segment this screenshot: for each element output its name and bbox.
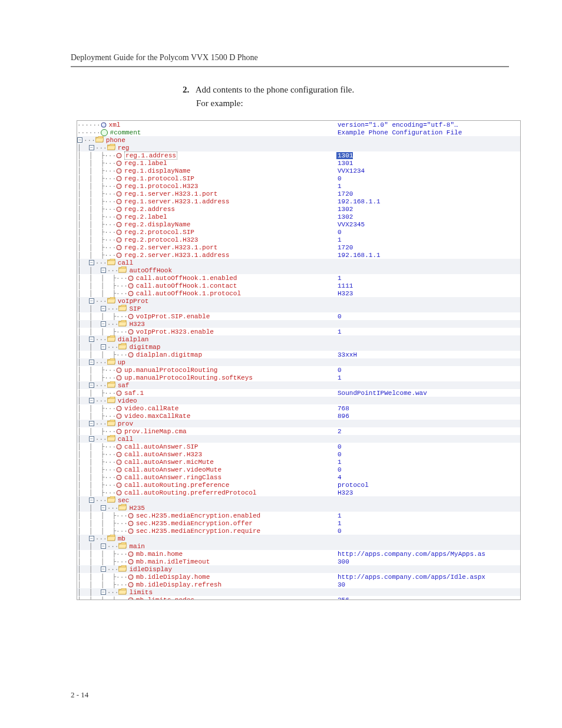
collapse-toggle-icon[interactable]: −	[89, 383, 94, 388]
tree-row[interactable]: │ │ │ ├···sec.H235.mediaEncryption.requi…	[77, 527, 520, 535]
collapse-toggle-icon[interactable]: −	[89, 498, 94, 503]
tree-value: 1720	[336, 190, 353, 197]
folder-icon	[118, 588, 127, 597]
attribute-icon	[116, 245, 122, 251]
collapse-toggle-icon[interactable]: −	[89, 337, 94, 342]
collapse-toggle-icon[interactable]: −	[89, 260, 94, 265]
tree-label: call.autoAnswer.H323	[124, 451, 202, 458]
tree-row[interactable]: │ │ ├···call.autoRouting.preferredProtoc…	[77, 489, 520, 496]
collapse-toggle-icon[interactable]: −	[101, 321, 106, 327]
collapse-toggle-icon[interactable]: −	[89, 536, 94, 541]
tree-row[interactable]: │ │ ├···reg.1.address1301	[77, 151, 520, 159]
tree-row[interactable]: │ │ ├···call.autoAnswer.videoMute0	[77, 466, 520, 473]
tree-value: http://apps.company.com/apps/Idle.aspx	[336, 574, 485, 581]
tree-row[interactable]: │ │ −···autoOffHook	[77, 266, 520, 274]
tree-row[interactable]: │ −···prov	[77, 420, 520, 427]
tree-row[interactable]: │ │ −···idleDisplay	[77, 565, 520, 573]
tree-row[interactable]: │ │ ├···reg.1.protocol.SIP0	[77, 174, 520, 182]
svg-point-32	[128, 284, 133, 288]
tree-row[interactable]: │ │ ├···video.maxCallRate896	[77, 412, 520, 420]
tree-row[interactable]: │ │ −···H323	[77, 320, 520, 328]
tree-row[interactable]: │ −···reg	[77, 144, 520, 151]
collapse-toggle-icon[interactable]: −	[101, 589, 106, 595]
collapse-toggle-icon[interactable]: −	[89, 436, 94, 442]
tree-row[interactable]: │ │ −···H235	[77, 504, 520, 512]
tree-row[interactable]: │ │ −···main	[77, 542, 520, 550]
tree-row[interactable]: │ −···sec	[77, 496, 520, 504]
tree-row[interactable]: │ │ │ ├···sec.H235.mediaEncryption.enabl…	[77, 512, 520, 519]
tree-row[interactable]: │ │ │ ├···voIpProt.H323.enable1	[77, 328, 520, 335]
tree-row[interactable]: −···phone	[77, 136, 520, 144]
tree-row[interactable]: │ │ ├···reg.1.label1301	[77, 159, 520, 167]
svg-point-36	[128, 314, 133, 319]
tree-row[interactable]: │ │ ├···reg.1.protocol.H3231	[77, 182, 520, 190]
tree-value: 1111	[336, 282, 353, 289]
tree-row[interactable]: │ │ ├···call.autoAnswer.H3230	[77, 450, 520, 458]
tree-row[interactable]: │ │ │ ├···voIpProt.SIP.enable0	[77, 312, 520, 320]
tree-row[interactable]: │ │ ├···reg.1.server.H323.1.address192.1…	[77, 197, 520, 205]
tree-row[interactable]: │ │ ├···reg.2.server.H323.1.address192.1…	[77, 251, 520, 259]
tree-label: reg	[118, 144, 130, 151]
collapse-toggle-icon[interactable]: −	[77, 137, 82, 143]
tree-row[interactable]: │ │ │ ├···mb.main.homehttp://apps.compan…	[77, 550, 520, 558]
tree-row[interactable]: │ │ −···limits	[77, 588, 520, 596]
collapse-toggle-icon[interactable]: −	[101, 566, 106, 572]
tree-row[interactable]: │ │ ├···call.autoAnswer.micMute1	[77, 458, 520, 466]
tree-row[interactable]: │ │ ├···saf.1SoundPointIPWelcome.wav	[77, 389, 520, 397]
tree-row[interactable]: │ │ │ ├···call.autoOffHook.1.contact1111	[77, 282, 520, 289]
tree-row[interactable]: │ │ ├···reg.2.server.H323.1.port1720	[77, 243, 520, 251]
attribute-icon	[116, 237, 122, 243]
tree-row[interactable]: │ −···video	[77, 397, 520, 404]
tree-row[interactable]: │ │ ├···prov.lineMap.cma2	[77, 427, 520, 435]
tree-row[interactable]: │ │ ├···up.manualProtocolRouting0	[77, 366, 520, 374]
tree-row[interactable]: │ │ ├···reg.2.displayNameVVX2345	[77, 220, 520, 228]
tree-row[interactable]: ······xmlversion="1.0" encoding="utf-8"…	[77, 121, 520, 129]
tree-row[interactable]: │ │ ├···call.autoAnswer.SIP0	[77, 443, 520, 450]
collapse-toggle-icon[interactable]: −	[89, 360, 94, 365]
tree-row[interactable]: │ │ ├···reg.2.protocol.H3231	[77, 236, 520, 243]
tree-row[interactable]: │ −···saf	[77, 381, 520, 389]
tree-row[interactable]: ······#commentExample Phone Configuratio…	[77, 129, 520, 136]
collapse-toggle-icon[interactable]: −	[101, 543, 106, 549]
tree-row[interactable]: │ │ ├···up.manualProtocolRouting.softKey…	[77, 374, 520, 381]
tree-row[interactable]: │ −···voIpProt	[77, 297, 520, 305]
tree-row[interactable]: │ │ │ ├···mb.limits.nodes256	[77, 596, 520, 600]
collapse-toggle-icon[interactable]: −	[101, 268, 106, 273]
collapse-toggle-icon[interactable]: −	[89, 298, 94, 304]
tree-row[interactable]: │ │ ├···video.callRate768	[77, 404, 520, 412]
tree-row[interactable]: │ │ ├···reg.1.server.H323.1.port1720	[77, 190, 520, 197]
svg-point-81	[129, 583, 130, 584]
attribute-icon	[116, 467, 122, 473]
tree-row[interactable]: │ −···call	[77, 259, 520, 266]
tree-label: dialplan.digitmap	[136, 351, 202, 358]
svg-point-77	[129, 560, 130, 561]
tree-row[interactable]: │ −···mb	[77, 535, 520, 542]
svg-point-69	[129, 514, 130, 515]
tree-row[interactable]: │ │ │ ├···call.autoOffHook.1.protocolH32…	[77, 289, 520, 297]
collapse-toggle-icon[interactable]: −	[101, 306, 106, 311]
tree-row[interactable]: │ │ │ ├···mb.main.idleTimeout300	[77, 558, 520, 565]
collapse-toggle-icon[interactable]: −	[101, 505, 106, 510]
tree-row[interactable]: │ │ −···SIP	[77, 305, 520, 312]
tree-row[interactable]: │ │ ├···reg.2.protocol.SIP0	[77, 228, 520, 236]
collapse-toggle-icon[interactable]: −	[89, 421, 94, 426]
tree-row[interactable]: │ │ │ ├···mb.idleDisplay.homehttp://apps…	[77, 573, 520, 581]
tree-row[interactable]: │ │ │ ├···dialplan.digitmap33xxH	[77, 351, 520, 358]
tree-row[interactable]: │ −···dialplan	[77, 335, 520, 343]
tree-row[interactable]: │ │ │ ├···sec.H235.mediaEncryption.offer…	[77, 519, 520, 527]
tree-row[interactable]: │ │ │ ├···call.autoOffHook.1.enabled1	[77, 274, 520, 282]
collapse-toggle-icon[interactable]: −	[89, 398, 94, 403]
collapse-toggle-icon[interactable]: −	[101, 344, 106, 350]
tree-row[interactable]: │ │ −···digitmap	[77, 343, 520, 351]
tree-row[interactable]: │ │ ├···reg.2.address1302	[77, 205, 520, 213]
tree-value: 1720	[336, 244, 353, 251]
tree-row[interactable]: │ │ ├···reg.1.displayNameVVX1234	[77, 167, 520, 174]
tree-row[interactable]: │ −···up	[77, 358, 520, 366]
svg-point-80	[128, 582, 133, 587]
tree-row[interactable]: │ │ ├···reg.2.label1302	[77, 213, 520, 220]
collapse-toggle-icon[interactable]: −	[89, 145, 94, 150]
tree-row[interactable]: │ │ │ ├···mb.idleDisplay.refresh30	[77, 581, 520, 588]
tree-row[interactable]: │ −···call	[77, 435, 520, 443]
tree-row[interactable]: │ │ ├···call.autoRouting.preferenceproto…	[77, 481, 520, 489]
tree-row[interactable]: │ │ ├···call.autoAnswer.ringClass4	[77, 473, 520, 481]
